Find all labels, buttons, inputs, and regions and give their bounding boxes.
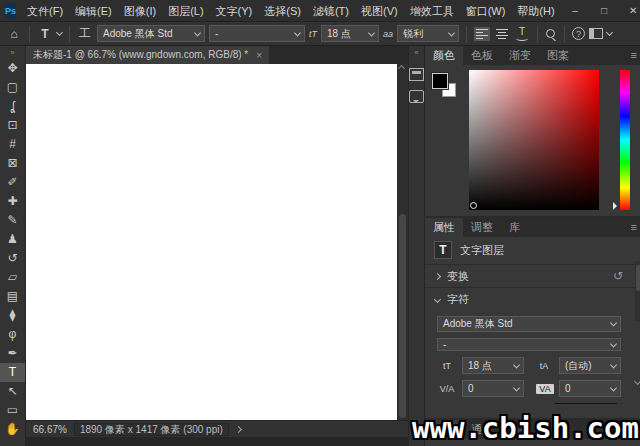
hand-tool[interactable]: ✋	[0, 420, 25, 439]
properties-panel-tabs: 属性 调整 库 ≡	[425, 218, 640, 237]
workspace-panel-icon[interactable]	[589, 28, 603, 39]
font-size-select[interactable]: 18 点	[321, 25, 379, 42]
move-tool[interactable]: ✥	[0, 59, 25, 78]
collapse-panels-icon[interactable]: «	[414, 46, 418, 59]
character-tracking-select[interactable]: 0	[559, 380, 621, 397]
comments-panel-icon[interactable]	[409, 90, 424, 103]
brush-tool[interactable]: ✎	[0, 211, 25, 230]
font-style-value: -	[215, 28, 218, 39]
watermark-text: www.cbish.com	[412, 411, 639, 445]
menu-view[interactable]: 视图(V)	[355, 0, 404, 22]
menu-select[interactable]: 选择(S)	[258, 0, 307, 22]
dodge-tool[interactable]: φ	[0, 325, 25, 344]
tab-swatches[interactable]: 色板	[463, 46, 501, 65]
healing-brush-tool[interactable]: ✚	[0, 192, 25, 211]
scrollbar-thumb[interactable]	[399, 214, 406, 418]
frame-tool[interactable]: ⊠	[0, 154, 25, 173]
canvas-vertical-scrollbar[interactable]	[397, 64, 408, 420]
character-font-family-select[interactable]: Adobe 黑体 Std	[437, 316, 621, 332]
home-icon[interactable]: ⌂	[6, 27, 22, 41]
clone-stamp-tool[interactable]: ♟	[0, 230, 25, 249]
tab-color[interactable]: 颜色	[425, 46, 463, 65]
text-orientation-icon[interactable]: 工	[77, 25, 93, 42]
zoom-level[interactable]: 66.67%	[33, 424, 67, 435]
document-tab[interactable]: 未标题-1 @ 66.7% (www.gndown.com, RGB/8) * …	[26, 46, 269, 64]
character-section-header[interactable]: 字符	[425, 288, 640, 311]
gradient-tool[interactable]: ▤	[0, 287, 25, 306]
close-tab-icon[interactable]: ×	[256, 50, 262, 61]
document-canvas[interactable]	[26, 64, 397, 420]
color-panel-tabs: 颜色 色板 渐变 图案 ≡	[425, 46, 640, 65]
rectangle-tool[interactable]: ▭	[0, 401, 25, 420]
character-leading-select[interactable]: (自动)	[559, 357, 621, 374]
scrollbar-thumb[interactable]	[636, 265, 640, 291]
tool-options-bar: ⌂ T 工 Adobe 黑体 Std - tT 18 点 aa 锐利 T ?	[0, 22, 640, 46]
kerning-tracking-row: V/A 0 VA 0	[437, 380, 621, 397]
font-style-select[interactable]: -	[209, 25, 305, 42]
pen-tool[interactable]: ✒	[0, 344, 25, 363]
hue-slider-bar[interactable]	[620, 70, 630, 210]
font-family-select[interactable]: Adobe 黑体 Std	[97, 25, 205, 42]
tab-patterns[interactable]: 图案	[539, 46, 577, 65]
object-selection-tool[interactable]: ⊡	[0, 116, 25, 135]
foreground-color-swatch[interactable]	[432, 73, 448, 89]
chevron-down-icon[interactable]	[606, 28, 613, 35]
leading-icon: tA	[534, 361, 554, 371]
align-center-icon[interactable]	[494, 27, 510, 41]
character-tracking-value: 0	[565, 383, 571, 394]
menu-image[interactable]: 图像(I)	[118, 0, 162, 22]
panel-menu-icon[interactable]: ≡	[625, 46, 640, 65]
eraser-tool[interactable]: ▱	[0, 268, 25, 287]
crop-tool[interactable]: #	[0, 135, 25, 154]
lasso-tool[interactable]: ʆ	[0, 97, 25, 116]
chevron-down-icon[interactable]	[56, 28, 63, 35]
menu-layer[interactable]: 图层(L)	[162, 0, 209, 22]
type-tool[interactable]: T	[0, 363, 25, 382]
tab-adjustments[interactable]: 调整	[463, 218, 501, 237]
tab-libraries[interactable]: 库	[501, 218, 528, 237]
search-icon[interactable]	[545, 28, 557, 40]
transform-section-header[interactable]: 变换 ↺	[425, 265, 640, 288]
character-kerning-select[interactable]: 0	[462, 380, 524, 397]
close-button[interactable]: ✕	[619, 0, 640, 22]
character-font-style-select[interactable]: -	[437, 338, 621, 351]
character-size-select[interactable]: 18 点	[462, 357, 524, 374]
path-selection-tool[interactable]: ↖	[0, 382, 25, 401]
separator	[29, 26, 30, 42]
tab-properties[interactable]: 属性	[425, 218, 463, 237]
blur-tool[interactable]: ⧫	[0, 306, 25, 325]
tab-gradients[interactable]: 渐变	[501, 46, 539, 65]
anti-alias-select[interactable]: 锐利	[397, 25, 459, 42]
help-icon[interactable]: ?	[572, 27, 585, 40]
menu-edit[interactable]: 编辑(E)	[69, 0, 118, 22]
status-chevron-icon[interactable]	[235, 425, 242, 432]
type-tool-preset-icon[interactable]: T	[37, 27, 53, 41]
character-kerning-value: 0	[468, 383, 474, 394]
scroll-up-icon[interactable]	[398, 65, 405, 72]
marquee-tool[interactable]: ▢	[0, 78, 25, 97]
history-panel-icon[interactable]	[409, 68, 424, 81]
menu-window[interactable]: 窗口(W)	[460, 0, 512, 22]
eyedropper-tool[interactable]: ✐	[0, 173, 25, 192]
character-section-label: 字符	[447, 292, 469, 307]
history-brush-tool[interactable]: ↺	[0, 249, 25, 268]
menu-file[interactable]: 文件(F)	[21, 0, 69, 22]
reset-transform-icon[interactable]: ↺	[613, 269, 633, 283]
menu-type[interactable]: 文字(Y)	[210, 0, 259, 22]
menu-plugins[interactable]: 增效工具	[404, 0, 460, 22]
saturation-brightness-field[interactable]	[469, 70, 599, 210]
menu-filter[interactable]: 滤镜(T)	[307, 0, 355, 22]
hue-slider-handle[interactable]	[613, 202, 621, 210]
toolbar-expand-icon[interactable]: »	[0, 46, 25, 59]
font-size-value: 18 点	[327, 27, 351, 41]
align-left-icon[interactable]	[474, 27, 490, 41]
minimize-button[interactable]: –	[561, 0, 590, 22]
chevron-down-icon	[294, 29, 301, 36]
chevron-down-icon	[434, 296, 441, 303]
properties-scrollbar[interactable]	[635, 261, 640, 321]
color-selector-circle[interactable]	[470, 202, 477, 209]
menu-help[interactable]: 帮助(H)	[511, 0, 560, 22]
warp-text-icon[interactable]: T	[514, 27, 530, 41]
panel-menu-icon[interactable]: ≡	[625, 218, 640, 237]
maximize-button[interactable]: □	[590, 0, 619, 22]
